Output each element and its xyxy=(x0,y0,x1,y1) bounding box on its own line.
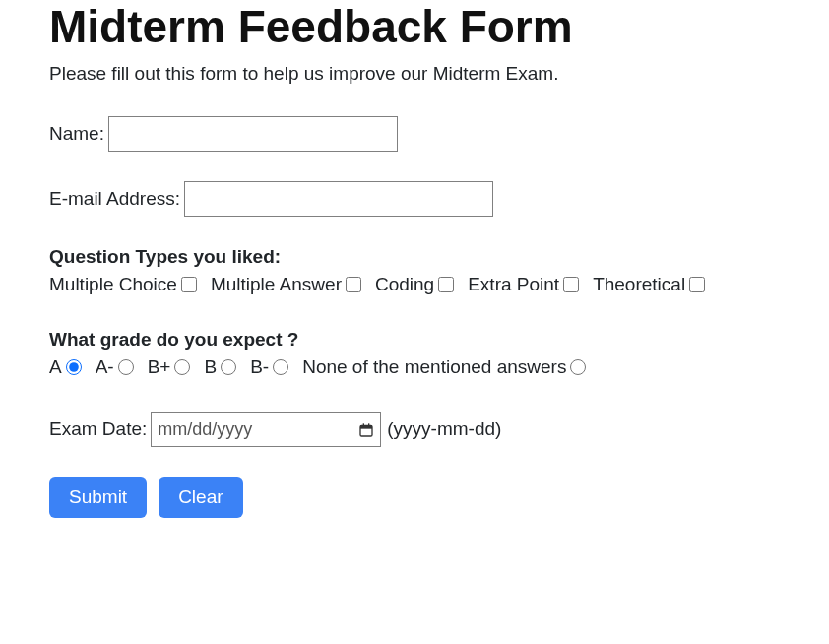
exam-date-input[interactable]: mm/dd/yyyy xyxy=(151,412,381,447)
option-label: B- xyxy=(250,356,269,378)
exam-date-placeholder: mm/dd/yyyy xyxy=(158,419,252,440)
exam-date-label: Exam Date: xyxy=(49,419,147,440)
question-type-option: Coding xyxy=(375,274,462,295)
question-type-checkbox-multiple-choice[interactable] xyxy=(181,277,197,292)
grade-radio-b[interactable] xyxy=(221,359,236,375)
option-label: Multiple Answer xyxy=(211,274,342,295)
grade-radio-a-minus[interactable] xyxy=(118,359,134,375)
option-label: A- xyxy=(96,356,114,378)
option-label: Theoretical xyxy=(593,274,685,295)
grade-option: B xyxy=(204,356,244,378)
grade-option: B+ xyxy=(148,356,199,378)
question-type-checkbox-multiple-answer[interactable] xyxy=(346,277,361,292)
svg-rect-3 xyxy=(368,423,369,426)
option-label: A xyxy=(49,356,62,378)
email-label: E-mail Address: xyxy=(49,188,180,210)
exam-date-hint: (yyyy-mm-dd) xyxy=(387,419,501,440)
exam-date-row: Exam Date: mm/dd/yyyy (yyyy-mm-dd) xyxy=(49,412,780,447)
question-type-option: Multiple Answer xyxy=(211,274,369,295)
grade-options: A A- B+ B B- None of the mentioned answe… xyxy=(49,356,780,378)
option-label: B+ xyxy=(148,356,171,378)
grade-radio-b-minus[interactable] xyxy=(273,359,288,375)
option-label: Multiple Choice xyxy=(49,274,177,295)
question-types-heading: Question Types you liked: xyxy=(49,246,780,268)
grade-option: B- xyxy=(250,356,296,378)
option-label: Coding xyxy=(375,274,434,295)
email-row: E-mail Address: xyxy=(49,181,780,217)
name-row: Name: xyxy=(49,116,780,152)
question-type-option: Multiple Choice xyxy=(49,274,205,295)
question-type-checkbox-extra-point[interactable] xyxy=(563,277,579,292)
grade-radio-a[interactable] xyxy=(66,359,82,375)
option-label: None of the mentioned answers xyxy=(302,356,566,378)
page-title: Midterm Feedback Form xyxy=(49,0,780,53)
grade-heading: What grade do you expect ? xyxy=(49,329,780,351)
option-label: B xyxy=(204,356,217,378)
question-type-option: Extra Point xyxy=(468,274,587,295)
question-type-checkbox-theoretical[interactable] xyxy=(689,277,705,292)
submit-button[interactable]: Submit xyxy=(49,477,147,518)
grade-radio-b-plus[interactable] xyxy=(174,359,190,375)
clear-button[interactable]: Clear xyxy=(159,477,242,518)
grade-option: A xyxy=(49,356,90,378)
calendar-icon[interactable] xyxy=(358,421,374,437)
grade-option: None of the mentioned answers xyxy=(302,356,586,378)
svg-rect-1 xyxy=(360,425,372,428)
option-label: Extra Point xyxy=(468,274,559,295)
intro-text: Please fill out this form to help us imp… xyxy=(49,63,780,85)
grade-option: A- xyxy=(96,356,142,378)
question-type-checkbox-coding[interactable] xyxy=(438,277,454,292)
grade-radio-none[interactable] xyxy=(570,359,586,375)
question-types-options: Multiple Choice Multiple Answer Coding E… xyxy=(49,274,780,295)
name-label: Name: xyxy=(49,123,104,145)
email-input[interactable] xyxy=(184,181,493,217)
button-row: Submit Clear xyxy=(49,477,780,518)
name-input[interactable] xyxy=(108,116,398,152)
svg-rect-2 xyxy=(363,423,364,426)
question-type-option: Theoretical xyxy=(593,274,705,295)
